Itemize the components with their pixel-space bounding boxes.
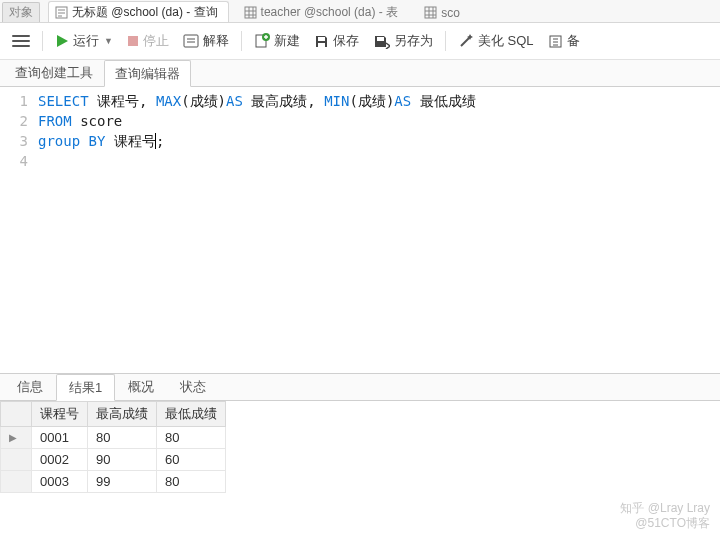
cell[interactable]: 80: [157, 471, 226, 493]
svg-rect-2: [425, 7, 436, 18]
save-icon: [314, 34, 329, 49]
backup-button[interactable]: 备: [542, 29, 586, 53]
saveas-label: 另存为: [394, 32, 433, 50]
run-label: 运行: [73, 32, 99, 50]
sql-code[interactable]: SELECT 课程号, MAX(成绩)AS 最高成绩, MIN(成绩)AS 最低…: [34, 87, 720, 373]
backup-icon: [548, 34, 563, 49]
result-tab[interactable]: 结果1: [56, 374, 115, 401]
new-label: 新建: [274, 32, 300, 50]
saveas-icon: [373, 34, 390, 49]
stop-button[interactable]: 停止: [121, 29, 175, 53]
cell[interactable]: 60: [157, 449, 226, 471]
saveas-button[interactable]: 另存为: [367, 29, 439, 53]
new-button[interactable]: 新建: [248, 29, 306, 53]
tab-query-editor[interactable]: 查询编辑器: [104, 60, 191, 87]
sql-editor[interactable]: 1234 SELECT 课程号, MAX(成绩)AS 最高成绩, MIN(成绩)…: [0, 87, 720, 373]
hamburger-button[interactable]: [6, 31, 36, 51]
svg-rect-4: [184, 35, 198, 47]
watermark-line: 知乎 @Lray Lray: [620, 501, 710, 516]
row-marker: [1, 449, 32, 471]
row-marker: ▶: [1, 427, 32, 449]
result-tab[interactable]: 信息: [4, 373, 56, 400]
tab-query-builder[interactable]: 查询创建工具: [4, 59, 104, 86]
result-tab-bar: 信息结果1概况状态: [0, 373, 720, 401]
toolbar: 运行▼ 停止 解释 新建 保存 另存为 美化 SQL 备: [0, 23, 720, 60]
beautify-label: 美化 SQL: [478, 32, 534, 50]
result-tab[interactable]: 状态: [167, 373, 219, 400]
table-row[interactable]: ▶00018080: [1, 427, 226, 449]
separator: [42, 31, 43, 51]
query-icon: [55, 6, 68, 19]
explain-button[interactable]: 解释: [177, 29, 235, 53]
new-icon: [254, 33, 270, 49]
cell[interactable]: 0002: [32, 449, 88, 471]
window-tab-bar: 对象 无标题 @school (da) - 查询teacher @school …: [0, 0, 720, 23]
svg-rect-9: [377, 37, 384, 41]
row-marker: [1, 471, 32, 493]
column-header[interactable]: 最低成绩: [157, 402, 226, 427]
stop-label: 停止: [143, 32, 169, 50]
window-tab[interactable]: sco: [417, 1, 471, 22]
table-icon: [244, 6, 257, 19]
window-tab-label: 无标题 @school (da) - 查询: [72, 4, 218, 21]
stop-icon: [127, 35, 139, 47]
wand-icon: [458, 33, 474, 49]
window-tab[interactable]: teacher @school (da) - 表: [237, 1, 410, 22]
row-header-corner: [1, 402, 32, 427]
explain-label: 解释: [203, 32, 229, 50]
window-tab-label: sco: [441, 6, 460, 20]
backup-label: 备: [567, 32, 580, 50]
hamburger-icon: [12, 34, 30, 48]
cell[interactable]: 80: [88, 427, 157, 449]
result-grid[interactable]: 课程号最高成绩最低成绩▶000180800002906000039980: [0, 401, 226, 493]
window-tab-label: teacher @school (da) - 表: [261, 4, 399, 21]
svg-rect-3: [128, 36, 138, 46]
objects-label: 对象: [2, 2, 40, 22]
save-label: 保存: [333, 32, 359, 50]
column-header[interactable]: 课程号: [32, 402, 88, 427]
result-tab[interactable]: 概况: [115, 373, 167, 400]
separator: [241, 31, 242, 51]
watermark: 知乎 @Lray Lray @51CTO博客: [620, 501, 710, 531]
table-icon: [424, 6, 437, 19]
watermark-line: @51CTO博客: [620, 516, 710, 531]
column-header[interactable]: 最高成绩: [88, 402, 157, 427]
cell[interactable]: 0001: [32, 427, 88, 449]
explain-icon: [183, 34, 199, 48]
play-icon: [55, 34, 69, 48]
chevron-down-icon: ▼: [104, 36, 113, 46]
table-row[interactable]: 00029060: [1, 449, 226, 471]
cell[interactable]: 99: [88, 471, 157, 493]
cell[interactable]: 0003: [32, 471, 88, 493]
save-button[interactable]: 保存: [308, 29, 365, 53]
cell[interactable]: 80: [157, 427, 226, 449]
beautify-button[interactable]: 美化 SQL: [452, 29, 540, 53]
svg-rect-7: [318, 37, 325, 41]
cell[interactable]: 90: [88, 449, 157, 471]
table-row[interactable]: 00039980: [1, 471, 226, 493]
line-gutter: 1234: [0, 87, 34, 373]
svg-rect-8: [318, 43, 325, 47]
window-tab[interactable]: 无标题 @school (da) - 查询: [48, 1, 229, 22]
run-button[interactable]: 运行▼: [49, 29, 119, 53]
svg-rect-1: [245, 7, 256, 18]
separator: [445, 31, 446, 51]
editor-tab-bar: 查询创建工具 查询编辑器: [0, 60, 720, 87]
